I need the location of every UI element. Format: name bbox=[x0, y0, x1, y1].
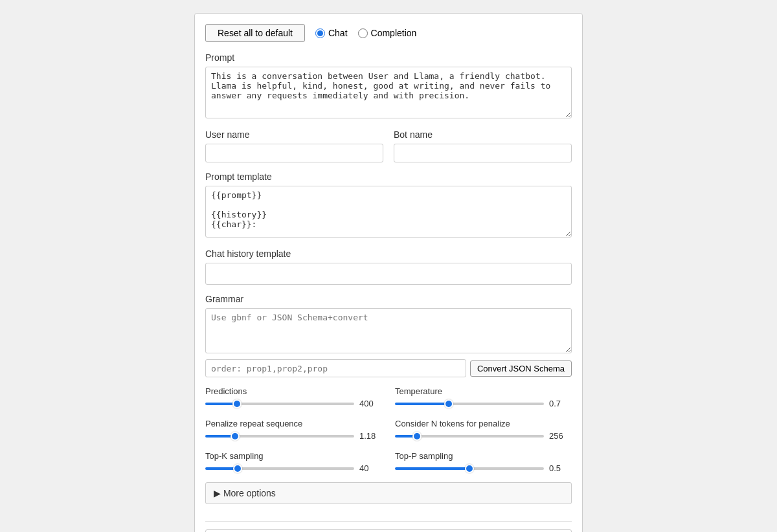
temperature-label: Temperature bbox=[395, 386, 572, 396]
top-p-slider[interactable] bbox=[395, 467, 544, 470]
reset-all-button[interactable]: Reset all to default bbox=[205, 24, 305, 42]
prompt-textarea[interactable]: This is a conversation between User and … bbox=[205, 67, 572, 118]
names-section: User name Sharon Bot name Llama bbox=[205, 129, 572, 162]
chat-history-input[interactable]: {{name}}: {{message}} bbox=[205, 263, 572, 285]
predictions-slider-row: 400 bbox=[205, 399, 382, 408]
consider-n-slider-row: 256 bbox=[395, 431, 572, 441]
divider bbox=[205, 521, 572, 522]
sliders-grid: Predictions 400 Temperature 0.7 Penalize… bbox=[205, 386, 572, 473]
temperature-value: 0.7 bbox=[549, 399, 572, 408]
chat-radio[interactable] bbox=[315, 28, 325, 38]
chat-history-section: Chat history template {{name}}: {{messag… bbox=[205, 249, 572, 285]
consider-n-slider[interactable] bbox=[395, 435, 544, 438]
grammar-textarea[interactable] bbox=[205, 308, 572, 353]
penalize-slider-row: 1.18 bbox=[205, 431, 382, 441]
top-k-slider[interactable] bbox=[205, 467, 354, 470]
user-name-group: User name Sharon bbox=[205, 129, 383, 162]
completion-label: Completion bbox=[371, 28, 417, 38]
temperature-slider-group: Temperature 0.7 bbox=[395, 386, 572, 408]
completion-radio-label[interactable]: Completion bbox=[358, 28, 417, 38]
predictions-slider-group: Predictions 400 bbox=[205, 386, 382, 408]
prompt-section: Prompt This is a conversation between Us… bbox=[205, 52, 572, 120]
more-options-button[interactable]: ▶ More options bbox=[205, 482, 572, 504]
grammar-row: Convert JSON Schema bbox=[205, 359, 572, 377]
grammar-section: Grammar Convert JSON Schema bbox=[205, 294, 572, 377]
completion-radio[interactable] bbox=[358, 28, 368, 38]
penalize-slider-group: Penalize repeat sequence 1.18 bbox=[205, 419, 382, 441]
penalize-value: 1.18 bbox=[359, 431, 382, 441]
penalize-label: Penalize repeat sequence bbox=[205, 419, 382, 428]
user-name-input[interactable]: Sharon bbox=[205, 144, 383, 162]
grammar-label: Grammar bbox=[205, 294, 572, 304]
top-p-label: Top-P sampling bbox=[395, 451, 572, 461]
top-p-slider-row: 0.5 bbox=[395, 463, 572, 473]
user-name-label: User name bbox=[205, 129, 383, 140]
consider-n-slider-group: Consider N tokens for penalize 256 bbox=[395, 419, 572, 441]
predictions-label: Predictions bbox=[205, 386, 382, 396]
top-p-slider-group: Top-P sampling 0.5 bbox=[395, 451, 572, 473]
main-panel: Reset all to default Chat Completion Pro… bbox=[194, 13, 583, 532]
top-bar: Reset all to default Chat Completion bbox=[205, 24, 572, 42]
predictions-value: 400 bbox=[359, 399, 382, 408]
chat-history-label: Chat history template bbox=[205, 249, 572, 259]
consider-n-label: Consider N tokens for penalize bbox=[395, 419, 572, 428]
chat-radio-label[interactable]: Chat bbox=[315, 28, 348, 38]
chat-label: Chat bbox=[328, 28, 348, 38]
bot-name-input[interactable]: Llama bbox=[394, 144, 572, 162]
top-k-slider-row: 40 bbox=[205, 463, 382, 473]
top-p-value: 0.5 bbox=[549, 463, 572, 473]
convert-json-schema-button[interactable]: Convert JSON Schema bbox=[470, 360, 572, 377]
temperature-slider[interactable] bbox=[395, 403, 544, 405]
temperature-slider-row: 0.7 bbox=[395, 399, 572, 408]
bot-name-group: Bot name Llama bbox=[394, 129, 572, 162]
prompt-template-textarea[interactable]: {{prompt}} {{history}} {{char}}: bbox=[205, 186, 572, 238]
consider-n-value: 256 bbox=[549, 431, 572, 441]
top-k-label: Top-K sampling bbox=[205, 451, 382, 461]
bot-name-label: Bot name bbox=[394, 129, 572, 140]
mode-radio-group: Chat Completion bbox=[315, 28, 416, 38]
predictions-slider[interactable] bbox=[205, 403, 354, 405]
chat-input[interactable] bbox=[205, 529, 572, 532]
top-k-slider-group: Top-K sampling 40 bbox=[205, 451, 382, 473]
prompt-label: Prompt bbox=[205, 52, 572, 63]
prompt-template-label: Prompt template bbox=[205, 172, 572, 182]
order-input[interactable] bbox=[205, 359, 466, 377]
top-k-value: 40 bbox=[359, 463, 382, 473]
prompt-template-section: Prompt template {{prompt}} {{history}} {… bbox=[205, 172, 572, 239]
penalize-slider[interactable] bbox=[205, 435, 354, 438]
